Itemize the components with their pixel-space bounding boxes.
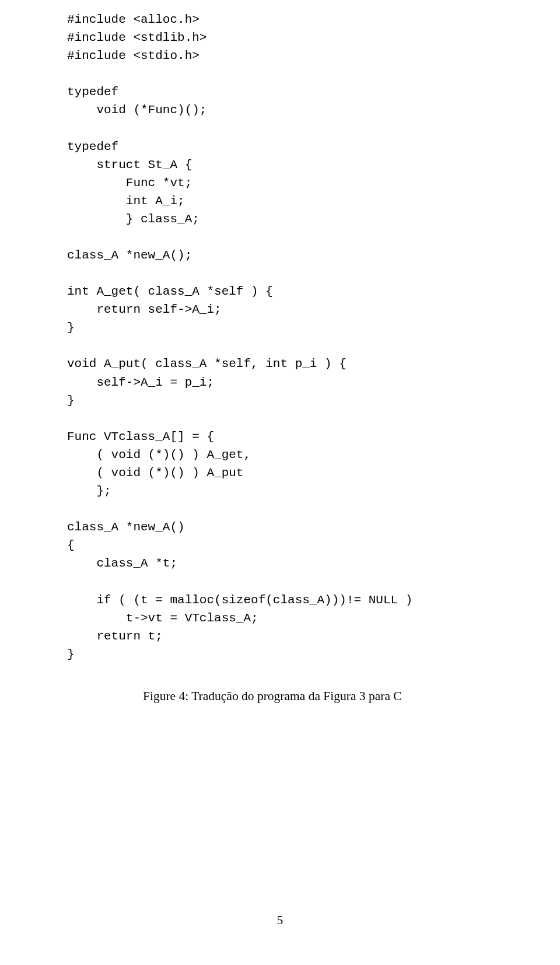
page-number: 5 (0, 913, 560, 928)
code-block: #include <alloc.h> #include <stdlib.h> #… (67, 11, 493, 663)
figure-caption: Figure 4: Tradução do programa da Figura… (143, 689, 493, 704)
